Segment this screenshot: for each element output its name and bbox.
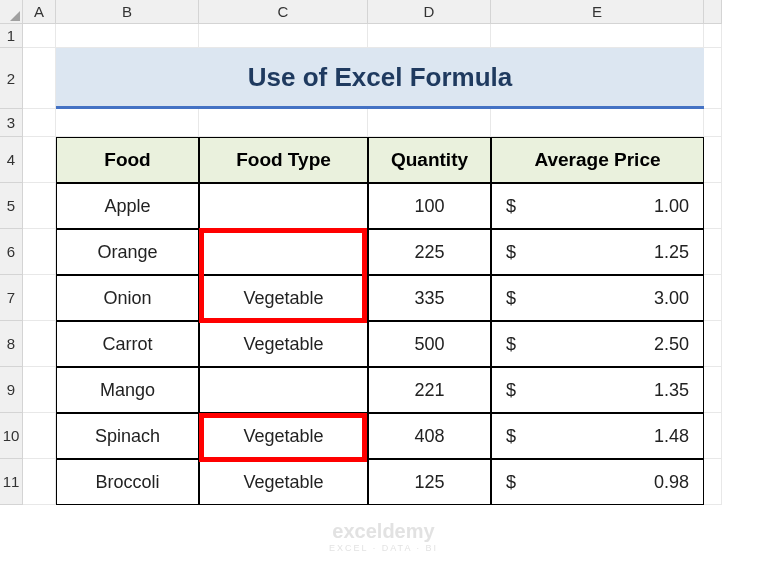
price-value: 3.00 (654, 288, 689, 309)
currency-symbol: $ (506, 472, 516, 493)
cell-A10[interactable] (23, 413, 56, 459)
cell-A9[interactable] (23, 367, 56, 413)
col-header-B[interactable]: B (56, 0, 199, 24)
cell-price-6[interactable]: $ 0.98 (491, 459, 704, 505)
cell-A2[interactable] (23, 48, 56, 109)
cell-C1[interactable] (199, 24, 368, 48)
cell-price-5[interactable]: $ 1.48 (491, 413, 704, 459)
cell-food-1[interactable]: Orange (56, 229, 199, 275)
table-header-quantity[interactable]: Quantity (368, 137, 491, 183)
cell-E3[interactable] (491, 109, 704, 137)
cell-F9[interactable] (704, 367, 722, 413)
title-banner[interactable]: Use of Excel Formula (56, 48, 704, 109)
currency-symbol: $ (506, 242, 516, 263)
select-all-corner[interactable] (0, 0, 23, 24)
cell-A11[interactable] (23, 459, 56, 505)
currency-symbol: $ (506, 334, 516, 355)
price-value: 1.35 (654, 380, 689, 401)
table-header-food-type[interactable]: Food Type (199, 137, 368, 183)
cell-A5[interactable] (23, 183, 56, 229)
cell-food-6[interactable]: Broccoli (56, 459, 199, 505)
watermark-main: exceldemy (332, 520, 434, 543)
row-header-5[interactable]: 5 (0, 183, 23, 229)
cell-B3[interactable] (56, 109, 199, 137)
cell-foodtype-1[interactable] (199, 229, 368, 275)
row-header-10[interactable]: 10 (0, 413, 23, 459)
cell-F3[interactable] (704, 109, 722, 137)
cell-foodtype-3[interactable]: Vegetable (199, 321, 368, 367)
col-header-D[interactable]: D (368, 0, 491, 24)
cell-qty-4[interactable]: 221 (368, 367, 491, 413)
cell-food-0[interactable]: Apple (56, 183, 199, 229)
cell-F6[interactable] (704, 229, 722, 275)
cell-price-1[interactable]: $ 1.25 (491, 229, 704, 275)
cell-price-2[interactable]: $ 3.00 (491, 275, 704, 321)
watermark: exceldemy EXCEL · DATA · BI (329, 520, 438, 553)
price-value: 1.00 (654, 196, 689, 217)
cell-qty-2[interactable]: 335 (368, 275, 491, 321)
cell-A7[interactable] (23, 275, 56, 321)
cell-F11[interactable] (704, 459, 722, 505)
row-header-6[interactable]: 6 (0, 229, 23, 275)
cell-foodtype-5[interactable]: Vegetable (199, 413, 368, 459)
cell-A1[interactable] (23, 24, 56, 48)
price-value: 2.50 (654, 334, 689, 355)
row-header-3[interactable]: 3 (0, 109, 23, 137)
row-header-11[interactable]: 11 (0, 459, 23, 505)
watermark-sub: EXCEL · DATA · BI (329, 543, 438, 553)
cell-B1[interactable] (56, 24, 199, 48)
price-value: 1.48 (654, 426, 689, 447)
cell-food-2[interactable]: Onion (56, 275, 199, 321)
cell-A6[interactable] (23, 229, 56, 275)
spreadsheet-grid: A B C D E 1 2 Use of Excel Formula 3 4 F… (0, 0, 767, 505)
price-value: 0.98 (654, 472, 689, 493)
row-header-2[interactable]: 2 (0, 48, 23, 109)
cell-foodtype-0[interactable] (199, 183, 368, 229)
cell-A8[interactable] (23, 321, 56, 367)
cell-F1[interactable] (704, 24, 722, 48)
cell-foodtype-6[interactable]: Vegetable (199, 459, 368, 505)
cell-D1[interactable] (368, 24, 491, 48)
cell-A4[interactable] (23, 137, 56, 183)
col-header-A[interactable]: A (23, 0, 56, 24)
cell-A3[interactable] (23, 109, 56, 137)
cell-qty-5[interactable]: 408 (368, 413, 491, 459)
row-header-1[interactable]: 1 (0, 24, 23, 48)
cell-price-4[interactable]: $ 1.35 (491, 367, 704, 413)
table-header-avg-price[interactable]: Average Price (491, 137, 704, 183)
currency-symbol: $ (506, 426, 516, 447)
cell-E1[interactable] (491, 24, 704, 48)
row-header-9[interactable]: 9 (0, 367, 23, 413)
cell-price-0[interactable]: $ 1.00 (491, 183, 704, 229)
col-header-E[interactable]: E (491, 0, 704, 24)
row-header-8[interactable]: 8 (0, 321, 23, 367)
cell-food-4[interactable]: Mango (56, 367, 199, 413)
cell-food-3[interactable]: Carrot (56, 321, 199, 367)
price-value: 1.25 (654, 242, 689, 263)
cell-foodtype-4[interactable] (199, 367, 368, 413)
col-header-blank[interactable] (704, 0, 722, 24)
cell-D3[interactable] (368, 109, 491, 137)
row-header-4[interactable]: 4 (0, 137, 23, 183)
cell-qty-6[interactable]: 125 (368, 459, 491, 505)
row-header-7[interactable]: 7 (0, 275, 23, 321)
currency-symbol: $ (506, 196, 516, 217)
cell-foodtype-2[interactable]: Vegetable (199, 275, 368, 321)
cell-qty-0[interactable]: 100 (368, 183, 491, 229)
currency-symbol: $ (506, 380, 516, 401)
cell-price-3[interactable]: $ 2.50 (491, 321, 704, 367)
cell-F5[interactable] (704, 183, 722, 229)
table-header-food[interactable]: Food (56, 137, 199, 183)
cell-qty-1[interactable]: 225 (368, 229, 491, 275)
cell-F8[interactable] (704, 321, 722, 367)
cell-F7[interactable] (704, 275, 722, 321)
cell-food-5[interactable]: Spinach (56, 413, 199, 459)
cell-F10[interactable] (704, 413, 722, 459)
currency-symbol: $ (506, 288, 516, 309)
cell-F2[interactable] (704, 48, 722, 109)
col-header-C[interactable]: C (199, 0, 368, 24)
cell-F4[interactable] (704, 137, 722, 183)
cell-C3[interactable] (199, 109, 368, 137)
cell-qty-3[interactable]: 500 (368, 321, 491, 367)
